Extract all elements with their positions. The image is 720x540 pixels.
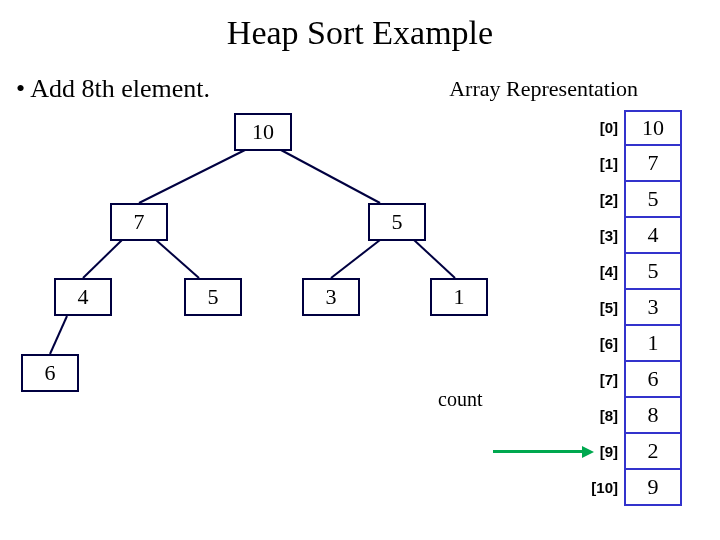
count-label: count [438, 388, 482, 411]
array-row: [6]1 [588, 326, 682, 362]
array-index: [10] [588, 470, 624, 506]
array-cell: 1 [624, 324, 682, 362]
tree-node-7: 6 [21, 354, 79, 392]
array-cell: 4 [624, 216, 682, 254]
array-row: [1]7 [588, 146, 682, 182]
tree-node-4: 5 [184, 278, 242, 316]
tree-node-3: 4 [54, 278, 112, 316]
tree-node-6: 1 [430, 278, 488, 316]
array-index: [7] [588, 362, 624, 398]
array-table: [0]10 [1]7 [2]5 [3]4 [4]5 [5]3 [6]1 [7]6… [588, 110, 682, 506]
tree-node-2: 5 [368, 203, 426, 241]
array-cell: 5 [624, 252, 682, 290]
array-index: [5] [588, 290, 624, 326]
array-row: [9]2 [588, 434, 682, 470]
array-cell: 5 [624, 180, 682, 218]
array-row: [8]8 [588, 398, 682, 434]
array-row: [3]4 [588, 218, 682, 254]
array-index: [3] [588, 218, 624, 254]
array-row: [5]3 [588, 290, 682, 326]
array-cell: 7 [624, 144, 682, 182]
array-cell: 2 [624, 432, 682, 470]
array-row: [10]9 [588, 470, 682, 506]
tree-node-1: 7 [110, 203, 168, 241]
array-index: [6] [588, 326, 624, 362]
array-cell: 8 [624, 396, 682, 434]
array-index: [2] [588, 182, 624, 218]
array-cell: 3 [624, 288, 682, 326]
tree-node-5: 3 [302, 278, 360, 316]
array-index: [0] [588, 110, 624, 146]
array-row: [2]5 [588, 182, 682, 218]
array-row: [7]6 [588, 362, 682, 398]
array-row: [4]5 [588, 254, 682, 290]
array-cell: 10 [624, 110, 682, 146]
array-row: [0]10 [588, 110, 682, 146]
array-cell: 9 [624, 468, 682, 506]
array-index: [1] [588, 146, 624, 182]
array-cell: 6 [624, 360, 682, 398]
array-index: [8] [588, 398, 624, 434]
array-index: [4] [588, 254, 624, 290]
tree-node-root: 10 [234, 113, 292, 151]
